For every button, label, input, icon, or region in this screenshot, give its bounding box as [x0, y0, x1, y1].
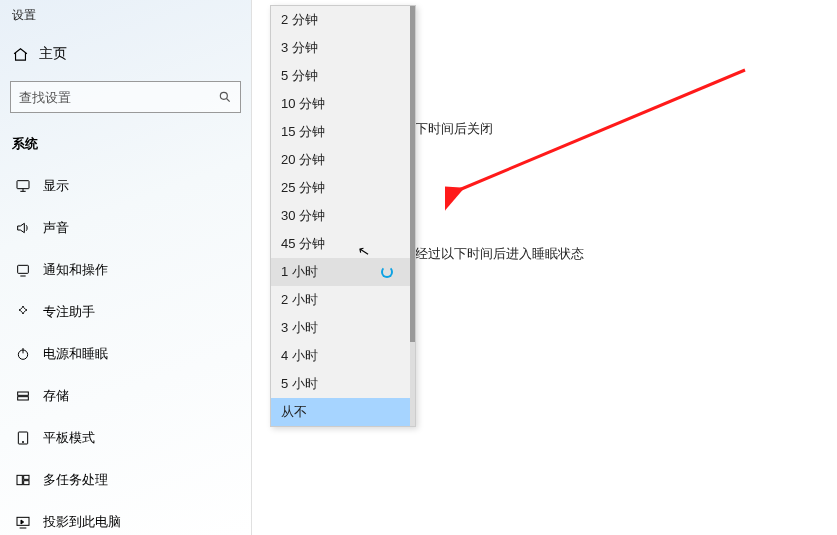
sidebar-item-multitask[interactable]: 多任务处理: [0, 459, 251, 501]
sidebar-item-label: 投影到此电脑: [43, 513, 121, 531]
dropdown-option[interactable]: 45 分钟: [271, 230, 415, 258]
sidebar-item-label: 通知和操作: [43, 261, 108, 279]
search-icon: [218, 90, 232, 104]
section-header: 系统: [0, 121, 251, 165]
sidebar-item-sound[interactable]: 声音: [0, 207, 251, 249]
sidebar-item-power[interactable]: 电源和睡眠: [0, 333, 251, 375]
sidebar-item-display[interactable]: 显示: [0, 165, 251, 207]
tablet-icon: [14, 430, 31, 446]
display-icon: [14, 178, 31, 194]
storage-icon: [14, 388, 31, 404]
sound-icon: [14, 220, 31, 236]
svg-point-0: [220, 92, 227, 99]
home-nav[interactable]: 主页: [0, 31, 251, 73]
project-icon: [14, 514, 31, 530]
time-dropdown[interactable]: 2 分钟3 分钟5 分钟10 分钟15 分钟20 分钟25 分钟30 分钟45 …: [270, 5, 416, 427]
power-icon: [14, 346, 31, 362]
sidebar-item-notify[interactable]: 通知和操作: [0, 249, 251, 291]
svg-rect-8: [17, 475, 22, 484]
dropdown-option[interactable]: 从不: [271, 398, 415, 426]
sidebar-item-label: 专注助手: [43, 303, 95, 321]
dropdown-option[interactable]: 4 小时: [271, 342, 415, 370]
dropdown-option[interactable]: 20 分钟: [271, 146, 415, 174]
svg-rect-10: [23, 481, 28, 485]
dropdown-option[interactable]: 30 分钟: [271, 202, 415, 230]
svg-rect-1: [17, 181, 29, 189]
dropdown-option[interactable]: 10 分钟: [271, 90, 415, 118]
dropdown-option[interactable]: 2 小时: [271, 286, 415, 314]
dropdown-option[interactable]: 3 小时: [271, 314, 415, 342]
notify-icon: [14, 262, 31, 278]
annotation-arrow-icon: [445, 60, 755, 220]
sidebar-item-label: 存储: [43, 387, 69, 405]
multitask-icon: [14, 472, 31, 488]
scrollbar[interactable]: [410, 6, 415, 426]
sidebar-item-label: 多任务处理: [43, 471, 108, 489]
sidebar: 设置 主页 系统 显示声音通知和操作专注助手电源和睡眠存储平板模式多任务处理投影…: [0, 0, 252, 535]
home-icon: [12, 46, 29, 63]
nav-list: 显示声音通知和操作专注助手电源和睡眠存储平板模式多任务处理投影到此电脑体验共享: [0, 165, 251, 535]
dropdown-option[interactable]: 2 分钟: [271, 6, 415, 34]
sidebar-item-label: 电源和睡眠: [43, 345, 108, 363]
dropdown-option[interactable]: 5 分钟: [271, 62, 415, 90]
content-text-sleep-after: 经过以下时间后进入睡眠状态: [415, 245, 584, 263]
home-label: 主页: [39, 45, 67, 63]
svg-point-7: [22, 441, 23, 442]
content-text-screen-off: 下时间后关闭: [415, 120, 493, 138]
svg-rect-2: [17, 265, 28, 273]
svg-rect-9: [23, 475, 28, 479]
sidebar-item-label: 显示: [43, 177, 69, 195]
svg-line-12: [459, 70, 745, 190]
dropdown-option[interactable]: 3 分钟: [271, 34, 415, 62]
sidebar-item-storage[interactable]: 存储: [0, 375, 251, 417]
svg-rect-4: [17, 392, 28, 395]
sidebar-item-focus[interactable]: 专注助手: [0, 291, 251, 333]
sidebar-item-label: 声音: [43, 219, 69, 237]
app-title: 设置: [0, 0, 251, 31]
sidebar-item-tablet[interactable]: 平板模式: [0, 417, 251, 459]
scrollbar-thumb[interactable]: [410, 6, 415, 342]
search-input[interactable]: [19, 90, 218, 105]
search-box[interactable]: [10, 81, 241, 113]
sidebar-item-label: 平板模式: [43, 429, 95, 447]
dropdown-option[interactable]: 15 分钟: [271, 118, 415, 146]
sidebar-item-project[interactable]: 投影到此电脑: [0, 501, 251, 535]
focus-icon: [14, 304, 31, 320]
dropdown-option[interactable]: 5 小时: [271, 370, 415, 398]
dropdown-option[interactable]: 1 小时: [271, 258, 415, 286]
svg-rect-5: [17, 397, 28, 400]
dropdown-option[interactable]: 25 分钟: [271, 174, 415, 202]
loading-spinner-icon: [381, 266, 393, 278]
